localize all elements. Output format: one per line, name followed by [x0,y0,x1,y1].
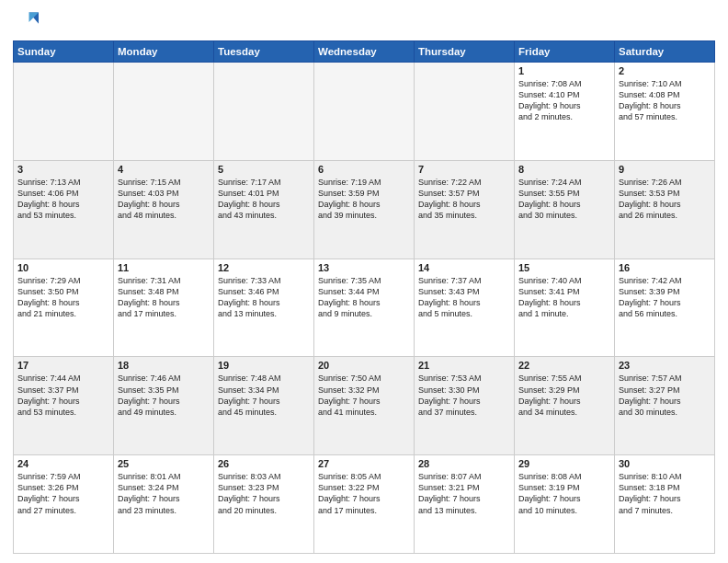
day-info: Sunrise: 7:44 AM Sunset: 3:37 PM Dayligh… [17,373,109,418]
calendar-cell: 30Sunrise: 8:10 AM Sunset: 3:18 PM Dayli… [615,455,715,554]
day-number: 15 [518,262,610,273]
day-info: Sunrise: 7:10 AM Sunset: 4:08 PM Dayligh… [619,78,711,123]
day-info: Sunrise: 7:48 AM Sunset: 3:34 PM Dayligh… [218,373,310,418]
day-info: Sunrise: 7:13 AM Sunset: 4:06 PM Dayligh… [17,177,109,222]
day-number: 4 [118,164,210,175]
day-info: Sunrise: 7:17 AM Sunset: 4:01 PM Dayligh… [218,177,310,222]
calendar-cell: 29Sunrise: 8:08 AM Sunset: 3:19 PM Dayli… [515,455,615,554]
weekday-header-thursday: Thursday [415,41,515,63]
day-number: 14 [418,262,510,273]
calendar-week-row: 17Sunrise: 7:44 AM Sunset: 3:37 PM Dayli… [14,357,715,455]
day-info: Sunrise: 7:55 AM Sunset: 3:29 PM Dayligh… [518,373,610,418]
calendar-cell: 21Sunrise: 7:53 AM Sunset: 3:30 PM Dayli… [415,357,515,455]
day-number: 22 [518,360,610,371]
calendar-week-row: 10Sunrise: 7:29 AM Sunset: 3:50 PM Dayli… [14,259,715,357]
day-info: Sunrise: 8:07 AM Sunset: 3:21 PM Dayligh… [418,471,510,516]
day-number: 8 [518,164,610,175]
day-number: 23 [619,360,711,371]
weekday-header-row: SundayMondayTuesdayWednesdayThursdayFrid… [14,41,715,63]
calendar-cell: 23Sunrise: 7:57 AM Sunset: 3:27 PM Dayli… [615,357,715,455]
day-info: Sunrise: 8:10 AM Sunset: 3:18 PM Dayligh… [619,471,711,516]
day-number: 29 [518,458,610,469]
calendar-cell: 12Sunrise: 7:33 AM Sunset: 3:46 PM Dayli… [214,259,314,357]
day-info: Sunrise: 7:35 AM Sunset: 3:44 PM Dayligh… [318,275,410,320]
day-number: 3 [17,164,109,175]
day-number: 1 [518,65,610,76]
day-info: Sunrise: 8:05 AM Sunset: 3:22 PM Dayligh… [318,471,410,516]
day-number: 2 [619,65,711,76]
calendar-cell: 20Sunrise: 7:50 AM Sunset: 3:32 PM Dayli… [314,357,415,455]
calendar-cell: 10Sunrise: 7:29 AM Sunset: 3:50 PM Dayli… [14,259,114,357]
day-info: Sunrise: 7:24 AM Sunset: 3:55 PM Dayligh… [518,177,610,222]
calendar-cell: 4Sunrise: 7:15 AM Sunset: 4:03 PM Daylig… [114,160,214,259]
weekday-header-wednesday: Wednesday [314,41,415,63]
calendar-cell: 3Sunrise: 7:13 AM Sunset: 4:06 PM Daylig… [14,160,114,259]
calendar-cell: 8Sunrise: 7:24 AM Sunset: 3:55 PM Daylig… [515,160,615,259]
calendar-cell: 6Sunrise: 7:19 AM Sunset: 3:59 PM Daylig… [314,160,415,259]
calendar-cell: 25Sunrise: 8:01 AM Sunset: 3:24 PM Dayli… [114,455,214,554]
calendar-table: SundayMondayTuesdayWednesdayThursdayFrid… [13,40,715,554]
calendar-week-row: 1Sunrise: 7:08 AM Sunset: 4:10 PM Daylig… [14,63,715,161]
day-number: 12 [218,262,310,273]
day-number: 28 [418,458,510,469]
calendar-cell: 14Sunrise: 7:37 AM Sunset: 3:43 PM Dayli… [415,259,515,357]
day-number: 10 [17,262,109,273]
day-number: 13 [318,262,410,273]
day-number: 20 [318,360,410,371]
calendar-cell: 16Sunrise: 7:42 AM Sunset: 3:39 PM Dayli… [615,259,715,357]
logo-icon [13,9,39,35]
day-number: 27 [318,458,410,469]
day-info: Sunrise: 7:46 AM Sunset: 3:35 PM Dayligh… [118,373,210,418]
weekday-header-friday: Friday [515,41,615,63]
day-number: 11 [118,262,210,273]
day-info: Sunrise: 8:08 AM Sunset: 3:19 PM Dayligh… [518,471,610,516]
day-number: 24 [17,458,109,469]
calendar-cell: 5Sunrise: 7:17 AM Sunset: 4:01 PM Daylig… [214,160,314,259]
day-number: 6 [318,164,410,175]
day-number: 21 [418,360,510,371]
day-number: 7 [418,164,510,175]
day-info: Sunrise: 7:31 AM Sunset: 3:48 PM Dayligh… [118,275,210,320]
calendar-cell [14,63,114,161]
day-info: Sunrise: 7:53 AM Sunset: 3:30 PM Dayligh… [418,373,510,418]
calendar-cell: 26Sunrise: 8:03 AM Sunset: 3:23 PM Dayli… [214,455,314,554]
day-number: 5 [218,164,310,175]
day-number: 19 [218,360,310,371]
day-info: Sunrise: 7:37 AM Sunset: 3:43 PM Dayligh… [418,275,510,320]
day-number: 30 [619,458,711,469]
calendar-cell [415,63,515,161]
day-number: 26 [218,458,310,469]
day-info: Sunrise: 7:57 AM Sunset: 3:27 PM Dayligh… [619,373,711,418]
day-number: 9 [619,164,711,175]
day-info: Sunrise: 7:42 AM Sunset: 3:39 PM Dayligh… [619,275,711,320]
day-number: 17 [17,360,109,371]
calendar-cell: 24Sunrise: 7:59 AM Sunset: 3:26 PM Dayli… [14,455,114,554]
day-info: Sunrise: 7:08 AM Sunset: 4:10 PM Dayligh… [518,78,610,123]
calendar-cell: 18Sunrise: 7:46 AM Sunset: 3:35 PM Dayli… [114,357,214,455]
day-info: Sunrise: 7:19 AM Sunset: 3:59 PM Dayligh… [318,177,410,222]
calendar-week-row: 24Sunrise: 7:59 AM Sunset: 3:26 PM Dayli… [14,455,715,554]
day-number: 25 [118,458,210,469]
logo [13,9,40,35]
day-info: Sunrise: 7:33 AM Sunset: 3:46 PM Dayligh… [218,275,310,320]
calendar-cell: 2Sunrise: 7:10 AM Sunset: 4:08 PM Daylig… [615,63,715,161]
weekday-header-saturday: Saturday [615,41,715,63]
weekday-header-tuesday: Tuesday [214,41,314,63]
page: SundayMondayTuesdayWednesdayThursdayFrid… [0,0,728,563]
calendar-cell: 27Sunrise: 8:05 AM Sunset: 3:22 PM Dayli… [314,455,415,554]
day-info: Sunrise: 8:01 AM Sunset: 3:24 PM Dayligh… [118,471,210,516]
day-info: Sunrise: 7:22 AM Sunset: 3:57 PM Dayligh… [418,177,510,222]
weekday-header-monday: Monday [114,41,214,63]
calendar-cell [314,63,415,161]
calendar-cell: 13Sunrise: 7:35 AM Sunset: 3:44 PM Dayli… [314,259,415,357]
calendar-cell: 1Sunrise: 7:08 AM Sunset: 4:10 PM Daylig… [515,63,615,161]
calendar-cell: 15Sunrise: 7:40 AM Sunset: 3:41 PM Dayli… [515,259,615,357]
day-number: 18 [118,360,210,371]
header [13,9,715,35]
calendar-cell: 22Sunrise: 7:55 AM Sunset: 3:29 PM Dayli… [515,357,615,455]
calendar-cell: 9Sunrise: 7:26 AM Sunset: 3:53 PM Daylig… [615,160,715,259]
day-info: Sunrise: 7:59 AM Sunset: 3:26 PM Dayligh… [17,471,109,516]
day-number: 16 [619,262,711,273]
calendar-cell [114,63,214,161]
day-info: Sunrise: 7:29 AM Sunset: 3:50 PM Dayligh… [17,275,109,320]
